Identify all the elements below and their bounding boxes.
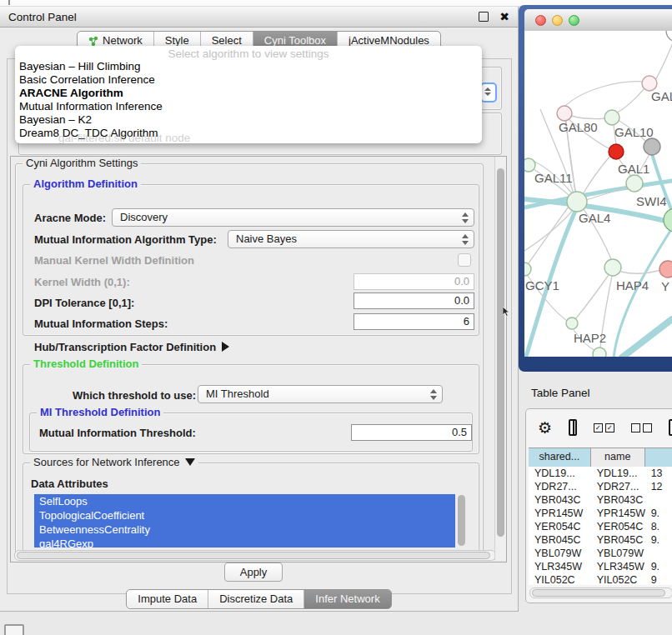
which-threshold-combobox[interactable]: MI Threshold bbox=[198, 385, 443, 403]
column-header-2[interactable] bbox=[645, 448, 672, 467]
horizontal-scrollbar[interactable] bbox=[14, 550, 496, 561]
columns-icon[interactable] bbox=[569, 419, 577, 436]
network-node-gal11[interactable] bbox=[524, 158, 535, 172]
float-window-icon[interactable] bbox=[479, 12, 489, 22]
network-combo-ghost-text: gal-filtered.sif default node bbox=[58, 132, 190, 144]
attribute-item-betweennesscentrality[interactable]: BetweennessCentrality bbox=[34, 522, 455, 537]
node-label-gal11: GAL11 bbox=[534, 171, 573, 185]
algorithm-option-basic-correlation-inference[interactable]: Basic Correlation Inference bbox=[15, 73, 482, 87]
tab-discretize-data[interactable]: Discretize Data bbox=[208, 590, 303, 608]
network-node-y[interactable] bbox=[659, 261, 672, 278]
table-row[interactable]: YER054CYER054C8. bbox=[529, 520, 672, 533]
kernel-width-field[interactable]: 0.0 bbox=[354, 273, 474, 290]
algorithm-combo-spinner-fragment[interactable] bbox=[480, 82, 497, 102]
network-node[interactable] bbox=[666, 31, 672, 42]
network-node-gcy1[interactable] bbox=[524, 262, 531, 276]
table-row[interactable]: YBR043CYBR043C bbox=[529, 493, 672, 507]
column-header-name[interactable]: name bbox=[591, 448, 645, 467]
manual-kernel-width-label: Manual Kernel Width Definition bbox=[34, 254, 194, 267]
data-attributes-list[interactable]: SelfLoopsTopologicalCoefficientBetweenne… bbox=[34, 494, 455, 548]
mouse-cursor bbox=[503, 307, 512, 318]
sources-title-text: Sources for Network Inference bbox=[33, 456, 180, 468]
dropdown-placeholder: Select algorithm to view settings bbox=[15, 46, 482, 60]
table-row[interactable]: YDL19...YDL19...13 bbox=[529, 467, 672, 480]
tab-infer-network[interactable]: Infer Network bbox=[303, 590, 390, 608]
column-header-shared[interactable]: shared... bbox=[529, 448, 591, 467]
table-cell: YDL19... bbox=[591, 467, 645, 480]
floating-mini-button[interactable] bbox=[4, 624, 24, 635]
aracne-mode-value: Discovery bbox=[120, 211, 168, 223]
control-panel-titlebar: Control Panel ✖ bbox=[0, 7, 518, 28]
table-cell: 8. bbox=[645, 520, 672, 533]
attribute-item-selfloops[interactable]: SelfLoops bbox=[34, 494, 455, 508]
table-row[interactable]: YBR045CYBR045C9. bbox=[529, 533, 672, 547]
table-row[interactable]: YLR345WYLR345W9. bbox=[529, 560, 672, 573]
table-cell: YBR043C bbox=[529, 493, 591, 507]
network-node-gal1[interactable] bbox=[626, 175, 643, 192]
network-node-gal10[interactable] bbox=[604, 110, 619, 125]
settings-scrollpane: Cyni Algorithm Settings Algorithm Defini… bbox=[10, 156, 507, 562]
attribute-item-gal4rgexp[interactable]: gal4RGexp bbox=[34, 537, 455, 548]
sources-group-title[interactable]: Sources for Network Inference bbox=[30, 456, 198, 468]
network-node-swi4[interactable] bbox=[664, 208, 672, 232]
mi-threshold-label: Mutual Information Threshold: bbox=[39, 427, 196, 439]
gear-icon[interactable]: ⚙ bbox=[538, 420, 552, 436]
dpi-tolerance-label: DPI Tolerance [0,1]: bbox=[34, 297, 134, 309]
apply-button[interactable]: Apply bbox=[224, 562, 283, 582]
table-cell bbox=[645, 493, 672, 507]
tab-impute-data[interactable]: Impute Data bbox=[127, 590, 208, 608]
list-scrollbar-thumb[interactable] bbox=[458, 495, 465, 546]
combo-spinner-icon bbox=[462, 212, 469, 223]
manual-kernel-width-checkbox[interactable] bbox=[458, 253, 471, 267]
table-row[interactable]: YDR27...YDR27...12 bbox=[529, 480, 672, 493]
deselect-all-checkboxes-icon[interactable] bbox=[631, 423, 652, 432]
new-table-icon[interactable] bbox=[669, 419, 672, 436]
aracne-mode-combobox[interactable]: Discovery bbox=[112, 208, 474, 227]
algorithm-option-bayesian-hill-climbing[interactable]: Bayesian – Hill Climbing bbox=[15, 60, 482, 73]
table-panel-title: Table Panel bbox=[531, 387, 590, 399]
network-node[interactable] bbox=[644, 138, 660, 155]
mi-algorithm-type-label: Mutual Information Algorithm Type: bbox=[34, 233, 217, 246]
table-toolbar: ⚙ ✓✓ bbox=[526, 409, 672, 446]
vertical-scrollbar[interactable] bbox=[494, 157, 506, 560]
table-cell: 9. bbox=[645, 507, 672, 520]
table-row[interactable]: YIL052CYIL052C9 bbox=[529, 573, 672, 585]
select-all-checkboxes-icon[interactable]: ✓✓ bbox=[594, 423, 614, 432]
algorithm-definition-title: Algorithm Definition bbox=[30, 178, 141, 190]
network-node-gal80[interactable] bbox=[557, 106, 572, 121]
table-cell: YBR043C bbox=[591, 493, 645, 507]
node-label-y: Y bbox=[661, 279, 669, 293]
network-window-titlebar bbox=[524, 9, 672, 32]
hub-definition-toggle[interactable]: Hub/Transcription Factor Definition bbox=[34, 341, 229, 353]
dpi-tolerance-field[interactable]: 0.0 bbox=[354, 292, 474, 309]
zoom-traffic-light[interactable] bbox=[569, 15, 579, 26]
algorithm-option-mutual-information-inference[interactable]: Mutual Information Inference bbox=[15, 100, 482, 113]
node-label-gal1: GAL1 bbox=[618, 162, 649, 176]
minimize-traffic-light[interactable] bbox=[552, 15, 563, 26]
table-row[interactable]: YBL079WYBL079W bbox=[529, 547, 672, 560]
table-cell: YPR145W bbox=[591, 507, 645, 520]
table-body[interactable]: YDL19...YDL19...13YDR27...YDR27...12YBR0… bbox=[529, 467, 672, 585]
network-canvas[interactable]: GALGAL80GAL10GAL1GAL11SWI4GAL4GCY1HAP4YH… bbox=[524, 31, 672, 357]
chevron-down-icon bbox=[185, 458, 195, 466]
network-node-hap4[interactable] bbox=[604, 259, 621, 276]
mi-algorithm-type-combobox[interactable]: Naive Bayes bbox=[228, 230, 474, 248]
aracne-mode-label: Aracne Mode: bbox=[34, 212, 106, 224]
mi-steps-field[interactable]: 6 bbox=[354, 313, 474, 330]
network-node-hap2[interactable] bbox=[566, 318, 578, 329]
close-icon[interactable]: ✖ bbox=[499, 12, 509, 21]
mi-steps-label: Mutual Information Steps: bbox=[34, 318, 168, 330]
table-header[interactable]: shared...name bbox=[529, 448, 672, 468]
mi-threshold-field[interactable]: 0.5 bbox=[351, 424, 472, 441]
network-node-gal4[interactable] bbox=[567, 192, 587, 212]
algorithm-option-aracne-algorithm[interactable]: ARACNE Algorithm bbox=[15, 87, 482, 100]
table-horizontal-scrollbar[interactable] bbox=[529, 588, 672, 598]
network-node[interactable] bbox=[609, 144, 624, 159]
attribute-item-topologicalcoefficient[interactable]: TopologicalCoefficient bbox=[34, 508, 455, 522]
algorithm-option-bayesian-k2[interactable]: Bayesian – K2 bbox=[15, 113, 482, 127]
network-icon bbox=[88, 36, 98, 47]
node-label-gcy1: GCY1 bbox=[525, 278, 559, 292]
close-traffic-light[interactable] bbox=[535, 15, 546, 26]
table-row[interactable]: YPR145WYPR145W9. bbox=[529, 507, 672, 520]
network-node[interactable] bbox=[593, 348, 606, 357]
